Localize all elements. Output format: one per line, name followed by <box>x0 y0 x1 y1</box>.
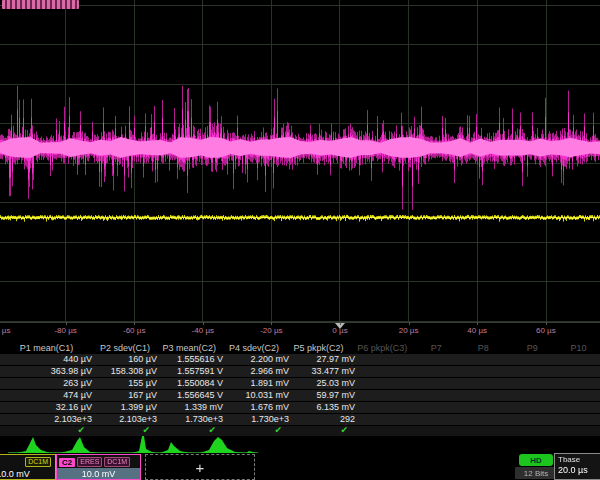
measure-header-p1[interactable]: P1 mean(C1) <box>0 342 93 354</box>
axis-tick <box>203 322 204 325</box>
axis-tick <box>66 322 67 325</box>
axis-label: -60 µs <box>123 326 145 335</box>
measure-header-p5[interactable]: P5 pkpk(C2) <box>286 342 351 354</box>
channel-descriptor-c2[interactable]: C2 ERES DC1M 10.0 mV <box>56 454 141 480</box>
measure-stat-row: 440 µV160 µV1.555616 V2.200 mV27.97 mV <box>0 354 600 366</box>
measure-value: 292 <box>292 414 358 425</box>
measure-stat-row: 474 µV167 µV1.556645 V10.031 mV59.97 mV <box>0 390 600 402</box>
axis-label: 0 µs <box>332 326 347 335</box>
measure-value: 263 µV <box>0 378 95 389</box>
plus-icon: + <box>196 459 205 476</box>
axis-label: -100 µs <box>0 326 10 335</box>
measure-header-p2[interactable]: P2 sdev(C1) <box>93 342 157 354</box>
axis-label: -40 µs <box>192 326 214 335</box>
axis-label: 20 µs <box>399 326 419 335</box>
clipped-pink-badge[interactable] <box>2 0 79 9</box>
axis-tick <box>271 322 272 325</box>
measure-header-p4[interactable]: P4 sdev(C2) <box>222 342 287 354</box>
measure-header-row: P1 mean(C1)P2 sdev(C1)P3 mean(C2)P4 sdev… <box>0 342 600 354</box>
measure-stat-row: 363.98 µV158.308 µV1.557591 V2.966 mV33.… <box>0 366 600 378</box>
measure-value: 1.399 µV <box>95 402 160 413</box>
c2-coupling-tag: DC1M <box>104 457 130 467</box>
measure-header-p6[interactable]: P6 pkpk(C3) <box>351 342 414 354</box>
measure-stat-row: 32.16 µV1.399 µV1.339 mV1.676 mV6.135 mV <box>0 402 600 414</box>
time-axis: -100 µs-80 µs-60 µs-40 µs-20 µs0 µs20 µs… <box>0 322 600 342</box>
measure-value: 1.555616 V <box>160 354 226 365</box>
timebase-descriptor[interactable]: Tbase 20.0 µs <box>554 453 600 480</box>
axis-tick <box>340 322 341 325</box>
measure-value: 1.556645 V <box>160 390 226 401</box>
measure-value: 6.135 mV <box>292 402 358 413</box>
measure-value: 474 µV <box>0 390 95 401</box>
tbase-label: Tbase <box>555 454 600 464</box>
measure-value: 155 µV <box>95 378 160 389</box>
axis-label: -20 µs <box>260 326 282 335</box>
measure-value: 2.200 mV <box>226 354 292 365</box>
measure-value: 32.16 µV <box>0 402 95 413</box>
measure-value: 2.966 mV <box>226 366 292 377</box>
measurement-histicons <box>0 433 600 455</box>
measure-value: 1.730e+3 <box>160 414 226 425</box>
axis-label: -80 µs <box>54 326 76 335</box>
measure-header-p9[interactable]: P9 <box>508 342 557 354</box>
measure-header-p7[interactable]: P7 <box>414 342 459 354</box>
axis-line <box>0 322 600 323</box>
measure-value: 363.98 µV <box>0 366 95 377</box>
measure-value: 167 µV <box>95 390 160 401</box>
measure-value: 160 µV <box>95 354 160 365</box>
measure-value: 25.03 mV <box>292 378 358 389</box>
measurement-table: P1 mean(C1)P2 sdev(C1)P3 mean(C2)P4 sdev… <box>0 342 600 436</box>
channel-descriptor-c1[interactable]: C1 DC1M 10.0 mV <box>0 454 56 480</box>
axis-label: 40 µs <box>467 326 487 335</box>
measure-value: 59.97 mV <box>292 390 358 401</box>
measure-header-p8[interactable]: P8 <box>459 342 508 354</box>
measure-stat-row: 2.103e+32.103e+31.730e+31.730e+3292 <box>0 414 600 426</box>
measure-value: 1.891 mV <box>226 378 292 389</box>
axis-tick <box>546 322 547 325</box>
tbase-value: 20.0 µs <box>555 464 600 475</box>
measure-value: 440 µV <box>0 354 95 365</box>
hd-mode-badge[interactable]: HD <box>519 454 553 466</box>
hd-bits-label: 12 Bits <box>515 467 557 479</box>
c2-volts-div: 10.0 mV <box>57 468 140 479</box>
waveform-grid[interactable] <box>0 0 600 322</box>
measure-value: 33.477 mV <box>292 366 358 377</box>
add-new-trace-button[interactable]: + <box>145 454 255 480</box>
measure-value: 1.339 mV <box>160 402 226 413</box>
axis-tick <box>134 322 135 325</box>
measure-value: 1.550084 V <box>160 378 226 389</box>
axis-tick <box>409 322 410 325</box>
measure-header-p10[interactable]: P10 <box>557 342 600 354</box>
measure-value: 27.97 mV <box>292 354 358 365</box>
measure-header-p3[interactable]: P3 mean(C2) <box>157 342 222 354</box>
c1-coupling-tag: DC1M <box>25 457 51 467</box>
measure-stat-row: 263 µV155 µV1.550084 V1.891 mV25.03 mV <box>0 378 600 390</box>
measure-value: 10.031 mV <box>226 390 292 401</box>
c2-badge: C2 <box>59 458 75 467</box>
measure-value: 1.676 mV <box>226 402 292 413</box>
axis-label: 60 µs <box>536 326 556 335</box>
measure-value: 1.557591 V <box>160 366 226 377</box>
measure-value: 2.103e+3 <box>0 414 95 425</box>
measure-value: 158.308 µV <box>95 366 160 377</box>
c1-volts-div: 10.0 mV <box>0 468 55 479</box>
measure-value: 1.730e+3 <box>226 414 292 425</box>
measure-value: 2.103e+3 <box>95 414 160 425</box>
oscilloscope-screen: -100 µs-80 µs-60 µs-40 µs-20 µs0 µs20 µs… <box>0 0 600 480</box>
axis-tick <box>477 322 478 325</box>
c2-eres-tag: ERES <box>77 457 102 467</box>
